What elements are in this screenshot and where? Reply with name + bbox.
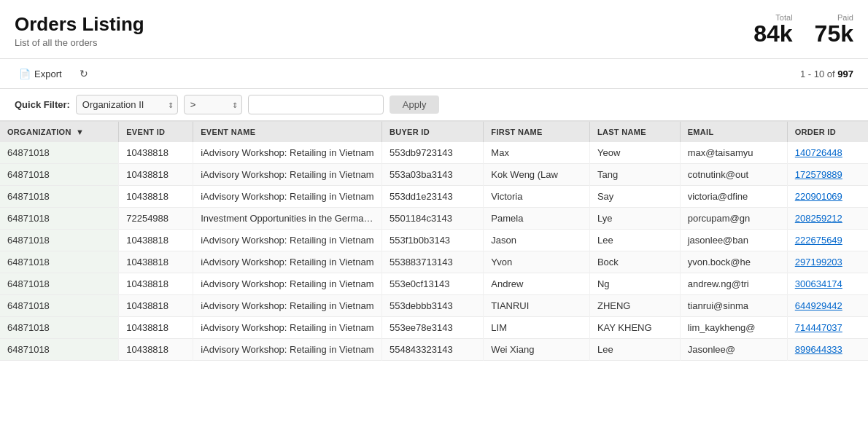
cell-org_id: 64871018 bbox=[0, 317, 119, 339]
cell-event_id: 72254988 bbox=[119, 208, 193, 230]
cell-org_id: 64871018 bbox=[0, 295, 119, 317]
order-id-link[interactable]: 208259212 bbox=[795, 213, 842, 224]
cell-event_name: iAdvisory Workshop: Retailing in Vietnam bbox=[193, 273, 382, 295]
cell-last_name: Tang bbox=[589, 164, 680, 186]
cell-buyer_id: 553db9723143 bbox=[381, 142, 483, 164]
cell-org_id: 64871018 bbox=[0, 251, 119, 273]
pagination-total: 997 bbox=[837, 69, 853, 79]
table-row: 6487101810438818iAdvisory Workshop: Reta… bbox=[0, 186, 868, 208]
cell-last_name: Lee bbox=[589, 230, 680, 251]
header-stats: Total 84k Paid 75k bbox=[753, 13, 853, 45]
order-id-link[interactable]: 140726448 bbox=[795, 147, 842, 158]
cell-first_name: Wei Xiang bbox=[484, 339, 590, 361]
table-row: 6487101810438818iAdvisory Workshop: Reta… bbox=[0, 295, 868, 317]
total-value: 84k bbox=[753, 20, 792, 47]
cell-event_id: 10438818 bbox=[119, 230, 193, 251]
cell-first_name: Jason bbox=[484, 230, 590, 251]
cell-last_name: Lee bbox=[589, 339, 680, 361]
filter-field-wrapper: Organization II Event ID Buyer ID First … bbox=[76, 95, 178, 114]
table-row: 6487101810438818iAdvisory Workshop: Reta… bbox=[0, 142, 868, 164]
cell-first_name: TIANRUI bbox=[484, 295, 590, 317]
col-buyer-id: BUYER ID bbox=[381, 122, 483, 142]
filter-field-select[interactable]: Organization II Event ID Buyer ID First … bbox=[76, 95, 178, 114]
cell-buyer_id: 553dd1e23143 bbox=[381, 186, 483, 208]
paid-stat: Paid 75k bbox=[815, 13, 853, 45]
order-id-link[interactable]: 172579889 bbox=[795, 169, 842, 180]
paid-value: 75k bbox=[815, 20, 853, 47]
total-stat: Total 84k bbox=[753, 13, 792, 45]
cell-buyer_id: 554843323143 bbox=[381, 339, 483, 361]
cell-buyer_id: 553f1b0b3143 bbox=[381, 230, 483, 251]
table-row: 6487101810438818iAdvisory Workshop: Reta… bbox=[0, 339, 868, 361]
cell-first_name: Max bbox=[484, 142, 590, 164]
cell-org_id: 64871018 bbox=[0, 339, 119, 361]
cell-event_name: iAdvisory Workshop: Retailing in Vietnam bbox=[193, 142, 382, 164]
cell-last_name: Bock bbox=[589, 251, 680, 273]
cell-event_name: iAdvisory Workshop: Retailing in Vietnam bbox=[193, 339, 382, 361]
cell-order_id[interactable]: 297199203 bbox=[787, 251, 868, 273]
cell-order_id[interactable]: 222675649 bbox=[787, 230, 868, 251]
cell-email: yvon.bock@he bbox=[680, 251, 787, 273]
cell-buyer_id: 553a03ba3143 bbox=[381, 164, 483, 186]
table-header: ORGANIZATION ▼ EVENT ID EVENT NAME BUYER… bbox=[0, 122, 868, 142]
table-row: 6487101810438818iAdvisory Workshop: Reta… bbox=[0, 164, 868, 186]
cell-event_name: Investment Opportunities in the German M… bbox=[193, 208, 382, 230]
cell-order_id[interactable]: 300634174 bbox=[787, 273, 868, 295]
cell-org_id: 64871018 bbox=[0, 208, 119, 230]
filter-operator-select[interactable]: > < = >= <= bbox=[184, 95, 242, 114]
order-id-link[interactable]: 300634174 bbox=[795, 278, 842, 289]
cell-event_id: 10438818 bbox=[119, 339, 193, 361]
cell-order_id[interactable]: 899644333 bbox=[787, 339, 868, 361]
page-header: Orders Listing List of all the orders To… bbox=[0, 0, 868, 59]
cell-event_name: iAdvisory Workshop: Retailing in Vietnam bbox=[193, 295, 382, 317]
cell-buyer_id: 553883713143 bbox=[381, 251, 483, 273]
toolbar: 📄 Export ↻ 1 - 10 of 997 bbox=[0, 59, 868, 89]
cell-event_id: 10438818 bbox=[119, 142, 193, 164]
filter-value-input[interactable] bbox=[248, 95, 384, 114]
export-button[interactable]: 📄 Export bbox=[15, 66, 66, 82]
cell-last_name: Lye bbox=[589, 208, 680, 230]
quick-filter-label: Quick Filter: bbox=[15, 99, 70, 110]
order-id-link[interactable]: 297199203 bbox=[795, 257, 842, 267]
cell-event_id: 10438818 bbox=[119, 251, 193, 273]
cell-email: andrew.ng@tri bbox=[680, 273, 787, 295]
refresh-button[interactable]: ↻ bbox=[75, 65, 93, 82]
header-left: Orders Listing List of all the orders bbox=[15, 13, 144, 48]
filter-bar: Quick Filter: Organization II Event ID B… bbox=[0, 89, 868, 122]
toolbar-left: 📄 Export ↻ bbox=[15, 65, 93, 82]
order-id-link[interactable]: 222675649 bbox=[795, 235, 842, 246]
cell-order_id[interactable]: 208259212 bbox=[787, 208, 868, 230]
filter-operator-wrapper: > < = >= <= bbox=[184, 95, 242, 114]
cell-event_id: 10438818 bbox=[119, 317, 193, 339]
cell-first_name: Yvon bbox=[484, 251, 590, 273]
cell-buyer_id: 5501184c3143 bbox=[381, 208, 483, 230]
cell-buyer_id: 553e0cf13143 bbox=[381, 273, 483, 295]
page-subtitle: List of all the orders bbox=[15, 37, 144, 48]
cell-org_id: 64871018 bbox=[0, 230, 119, 251]
cell-first_name: Kok Weng (Law bbox=[484, 164, 590, 186]
cell-order_id[interactable]: 220901069 bbox=[787, 186, 868, 208]
order-id-link[interactable]: 899644333 bbox=[795, 344, 842, 355]
cell-order_id[interactable]: 714447037 bbox=[787, 317, 868, 339]
cell-event_id: 10438818 bbox=[119, 186, 193, 208]
cell-event_id: 10438818 bbox=[119, 295, 193, 317]
cell-email: porcupam@gn bbox=[680, 208, 787, 230]
table-row: 6487101810438818iAdvisory Workshop: Reta… bbox=[0, 230, 868, 251]
order-id-link[interactable]: 644929442 bbox=[795, 300, 842, 311]
apply-button[interactable]: Apply bbox=[390, 95, 440, 114]
cell-order_id[interactable]: 644929442 bbox=[787, 295, 868, 317]
orders-table: ORGANIZATION ▼ EVENT ID EVENT NAME BUYER… bbox=[0, 122, 868, 361]
cell-buyer_id: 553ee78e3143 bbox=[381, 317, 483, 339]
table-row: 6487101810438818iAdvisory Workshop: Reta… bbox=[0, 317, 868, 339]
cell-event_id: 10438818 bbox=[119, 273, 193, 295]
order-id-link[interactable]: 220901069 bbox=[795, 191, 842, 202]
cell-email: jasonlee@ban bbox=[680, 230, 787, 251]
header-row: ORGANIZATION ▼ EVENT ID EVENT NAME BUYER… bbox=[0, 122, 868, 142]
table-row: 6487101810438818iAdvisory Workshop: Reta… bbox=[0, 273, 868, 295]
cell-order_id[interactable]: 172579889 bbox=[787, 164, 868, 186]
cell-last_name: Ng bbox=[589, 273, 680, 295]
order-id-link[interactable]: 714447037 bbox=[795, 322, 842, 333]
cell-order_id[interactable]: 140726448 bbox=[787, 142, 868, 164]
cell-event_id: 10438818 bbox=[119, 164, 193, 186]
col-event-id: EVENT ID bbox=[119, 122, 193, 142]
